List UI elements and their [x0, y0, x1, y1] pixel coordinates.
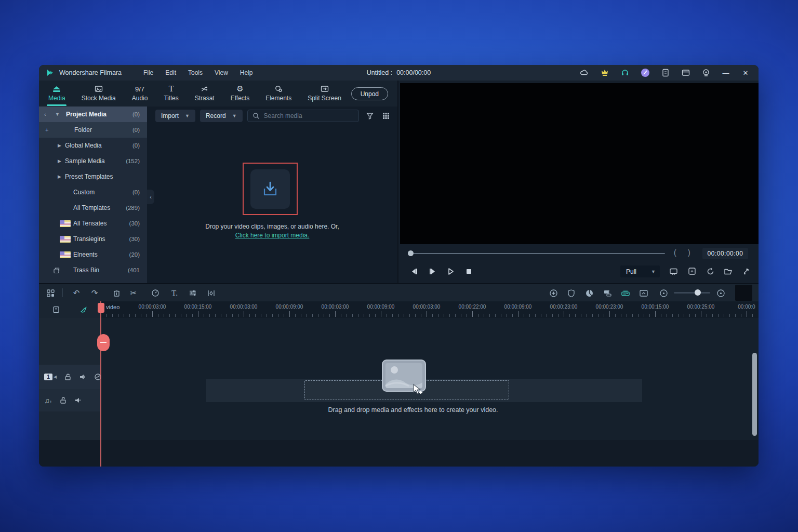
tab-transitions[interactable]: Strasat — [194, 84, 216, 102]
tab-effects[interactable]: ⚙ Effects — [230, 84, 250, 102]
mark-out-icon[interactable]: ) — [688, 248, 690, 257]
export-button[interactable]: Unpod — [351, 87, 388, 100]
stop-button[interactable] — [464, 267, 473, 275]
render-loop-icon[interactable] — [706, 267, 715, 276]
menu-item-view[interactable]: View — [215, 69, 228, 76]
mute-track-icon[interactable] — [79, 374, 87, 380]
filmora-logo-icon — [46, 69, 55, 77]
playhead-line[interactable] — [100, 301, 101, 467]
playback-quality-select[interactable]: Pull ▼ — [620, 265, 660, 277]
grid-view-icon[interactable] — [382, 112, 390, 120]
cloud-icon[interactable] — [579, 68, 589, 78]
tab-stock-media[interactable]: Stock Media — [81, 84, 117, 102]
tab-titles[interactable]: T Titles — [163, 84, 179, 102]
adjust-icon[interactable] — [188, 288, 197, 298]
sidebar-item-all-templates[interactable]: All Templates (289) — [39, 200, 147, 216]
mixer-icon[interactable] — [639, 288, 648, 298]
text-tool-icon[interactable]: T. — [170, 288, 179, 298]
ruler-tick — [729, 314, 730, 317]
pen-tool-icon[interactable] — [79, 305, 88, 314]
sidebar-item-preset-templates[interactable]: ▶ Preset Templates — [39, 169, 147, 184]
collapse-left-icon[interactable]: ‹ — [44, 111, 46, 117]
add-marker-icon[interactable] — [549, 288, 558, 298]
menu-item-help[interactable]: Help — [240, 69, 253, 76]
caret-down-icon[interactable]: ▼ — [55, 112, 60, 117]
close-button[interactable]: ✕ — [741, 69, 750, 77]
sidebar-item-transiegins[interactable]: Transiegins (30) — [39, 231, 147, 247]
tab-elements[interactable]: Elements — [264, 84, 292, 102]
caret-right-icon[interactable]: ▶ — [58, 174, 61, 179]
track-manager-icon[interactable] — [46, 288, 55, 298]
split-scissors-icon[interactable]: ✂ — [129, 288, 138, 298]
document-icon[interactable] — [660, 68, 670, 78]
sidebar-item-all-tensates[interactable]: All Tensates (30) — [39, 216, 147, 231]
playhead-handle[interactable] — [97, 334, 110, 351]
auto-ripple-icon[interactable] — [603, 288, 612, 298]
mark-in-icon[interactable]: ( — [674, 248, 676, 257]
playhead-head[interactable] — [98, 303, 104, 313]
menu-item-edit[interactable]: Edit — [165, 69, 176, 76]
lock-track-icon[interactable] — [64, 373, 72, 381]
markers-icon[interactable] — [687, 267, 697, 276]
import-media-tile[interactable] — [250, 169, 290, 209]
timeline-ruler[interactable]: video 00:00:03:0000:00:15:0000:00:03:000… — [39, 301, 759, 318]
render-preview-icon[interactable] — [584, 288, 594, 298]
sidebar-item-sample-media[interactable]: ▶ Sample Media (152) — [39, 153, 147, 169]
snapshot-icon[interactable] — [669, 267, 678, 276]
menu-item-tools[interactable]: Tools — [188, 69, 203, 76]
menu-item-file[interactable]: File — [143, 69, 153, 76]
record-button[interactable]: Record ▼ — [200, 110, 243, 122]
redo-icon[interactable]: ↷ — [90, 288, 99, 298]
webcam-icon[interactable] — [701, 68, 711, 78]
speed-icon[interactable] — [151, 288, 160, 298]
layout-icon[interactable] — [681, 68, 690, 78]
caret-right-icon[interactable]: ▶ — [58, 143, 61, 148]
tab-audio[interactable]: 9/7 Audio — [131, 84, 149, 102]
import-button[interactable]: Import ▼ — [155, 110, 195, 122]
tab-media[interactable]: Media — [47, 84, 66, 102]
undo-icon[interactable]: ↶ — [72, 288, 81, 298]
tab-split-screen[interactable]: Split Screen — [307, 84, 342, 102]
ruler-tick — [312, 314, 313, 317]
play-button[interactable] — [446, 267, 455, 275]
timeline-zoom-handle[interactable] — [695, 289, 701, 296]
caret-right-icon[interactable]: ▶ — [58, 158, 61, 164]
beta-badge-icon[interactable] — [640, 68, 650, 78]
timeline-zoom-slider[interactable] — [674, 292, 710, 294]
search-input[interactable] — [264, 112, 354, 119]
headset-icon[interactable] — [620, 68, 630, 78]
collapse-track-icon[interactable]: ◀ — [54, 375, 57, 379]
ruler-track-label: video — [106, 304, 119, 310]
next-frame-button[interactable] — [428, 267, 436, 275]
fullscreen-icon[interactable] — [741, 267, 751, 276]
minimize-button[interactable]: — — [721, 69, 730, 77]
shield-icon[interactable] — [566, 288, 576, 298]
filter-icon[interactable] — [366, 112, 374, 120]
previous-frame-button[interactable] — [410, 267, 418, 275]
panel-collapse-handle[interactable]: ‹ — [147, 190, 154, 204]
sidebar-item-custom[interactable]: Custom (0) — [39, 184, 147, 200]
keyframe-icon[interactable] — [206, 288, 216, 298]
timeline-tracks[interactable]: 1 ◀ ♫↕ — [39, 318, 759, 467]
add-icon[interactable]: + — [45, 127, 48, 133]
sidebar-item-project-media[interactable]: ‹ ▼ Project Media (0) — [39, 107, 147, 122]
sidebar-item-trash-bin[interactable]: Trass Bin (401 — [39, 262, 147, 278]
sidebar-item-elneents[interactable]: Elneents (20) — [39, 247, 147, 262]
folder-icon[interactable] — [723, 267, 733, 276]
import-media-link[interactable]: Click here to import media. — [147, 232, 397, 239]
timeline-vertical-scrollbar[interactable] — [752, 353, 757, 436]
search-box[interactable] — [247, 110, 359, 122]
copy-clip-icon[interactable] — [51, 305, 61, 314]
scrubber-handle[interactable] — [408, 250, 414, 256]
sidebar-item-global-media[interactable]: ▶ Global Media (0) — [39, 138, 147, 153]
zoom-in-icon[interactable] — [716, 288, 725, 298]
zoom-out-icon[interactable] — [659, 288, 668, 298]
delete-icon[interactable] — [112, 288, 121, 298]
scrubber-track[interactable] — [411, 253, 665, 254]
audio-ducking-icon[interactable] — [621, 288, 630, 298]
sidebar-item-folder[interactable]: + Folder (0) — [39, 122, 147, 138]
lock-track-icon[interactable] — [59, 396, 67, 404]
crown-icon[interactable] — [600, 68, 609, 78]
mute-audio-icon[interactable] — [74, 397, 82, 404]
import-dropzone-highlight[interactable] — [243, 163, 298, 215]
